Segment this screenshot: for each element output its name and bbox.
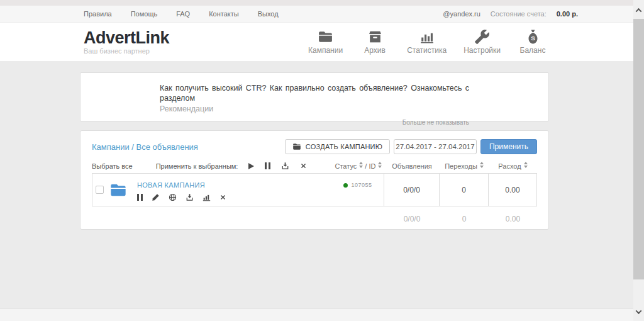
panel-header: Кампании / Все объявления СОЗДАТЬ КАМПАН… bbox=[92, 139, 537, 154]
campaign-ads-value: 0/0/0 bbox=[384, 174, 439, 206]
sort-icon bbox=[378, 162, 382, 168]
scrollbar-thumb[interactable] bbox=[633, 19, 644, 279]
download-icon[interactable] bbox=[281, 162, 289, 170]
campaign-status-cell: 107055 bbox=[332, 174, 384, 206]
nav-item-statistics[interactable]: Статистика bbox=[407, 29, 447, 55]
pause-icon[interactable] bbox=[265, 162, 270, 169]
footer-strip bbox=[0, 308, 633, 321]
campaign-folder-icon[interactable] bbox=[109, 181, 127, 199]
campaign-actions bbox=[137, 193, 226, 201]
delete-x-icon[interactable] bbox=[300, 162, 307, 169]
nav-label: Настройки bbox=[464, 46, 501, 55]
globe-icon[interactable] bbox=[169, 193, 177, 201]
notice-box: Как получить высокий CTR? Как правильно … bbox=[80, 72, 549, 121]
table-row: НОВАЯ КАМПАНИЯ bbox=[92, 174, 332, 206]
account-email: @yandex.ru bbox=[443, 10, 480, 18]
notice-dismiss-link[interactable]: Больше не показывать bbox=[160, 119, 469, 126]
sort-icon bbox=[480, 162, 484, 168]
topbar-link-help[interactable]: Помощь bbox=[131, 10, 158, 18]
nav-item-archive[interactable]: Архив bbox=[360, 29, 390, 55]
svg-text:S: S bbox=[531, 35, 535, 42]
topbar-link-logout[interactable]: Выход bbox=[258, 10, 279, 18]
nav-item-settings[interactable]: Настройки bbox=[464, 29, 501, 55]
download-icon[interactable] bbox=[186, 193, 194, 201]
topbar-links: Правила Помощь FAQ Контакты Выход bbox=[84, 10, 279, 18]
scrollbar[interactable] bbox=[633, 0, 644, 321]
panel-actions: СОЗДАТЬ КАМПАНИЮ Применить bbox=[285, 139, 537, 154]
topbar: Правила Помощь FAQ Контакты Выход @yande… bbox=[0, 6, 633, 23]
notice-text: Как получить высокий CTR? Как правильно … bbox=[160, 83, 469, 103]
nav-label: Архив bbox=[364, 46, 386, 55]
campaign-spend-value: 0.00 bbox=[488, 174, 536, 206]
nav-item-campaigns[interactable]: Кампании bbox=[308, 29, 343, 55]
money-bag-icon: S bbox=[525, 29, 541, 45]
totals-clicks: 0 bbox=[440, 215, 489, 223]
nav-label: Кампании bbox=[308, 46, 343, 55]
apply-selected-label: Применить к выбранным: bbox=[156, 162, 238, 170]
totals-spend: 0.00 bbox=[489, 215, 537, 223]
balance-label: Состояние счета: bbox=[491, 10, 547, 18]
sort-icon bbox=[524, 162, 528, 168]
row-checkbox[interactable] bbox=[96, 186, 104, 194]
sort-icon bbox=[359, 162, 363, 168]
date-range-input[interactable] bbox=[394, 139, 477, 154]
bar-chart-icon bbox=[419, 29, 435, 45]
header: AdvertLink Ваш бизнес партнер Кампании А… bbox=[0, 23, 633, 61]
page-background: Правила Помощь FAQ Контакты Выход @yande… bbox=[0, 0, 633, 321]
campaign-id: 107055 bbox=[351, 182, 372, 188]
scroll-down-button[interactable] bbox=[633, 307, 644, 317]
column-header-clicks[interactable]: Переходы bbox=[440, 162, 489, 170]
edit-pencil-icon[interactable] bbox=[152, 193, 160, 201]
main-nav: Кампании Архив Статистика Настройки bbox=[308, 29, 548, 55]
wrench-icon bbox=[474, 29, 490, 45]
select-all-link[interactable]: Выбрать все bbox=[92, 162, 133, 170]
bulk-actions bbox=[248, 162, 307, 170]
column-header-ads[interactable]: Объявления bbox=[384, 162, 440, 170]
breadcrumb[interactable]: Кампании / Все объявления bbox=[92, 142, 198, 152]
topbar-account: @yandex.ru Состояние счета: 0.00 р. bbox=[443, 10, 578, 18]
campaign-name-link[interactable]: НОВАЯ КАМПАНИЯ bbox=[137, 181, 205, 189]
topbar-link-rules[interactable]: Правила bbox=[84, 10, 112, 18]
apply-date-button[interactable]: Применить bbox=[480, 139, 537, 154]
stats-icon[interactable] bbox=[203, 193, 211, 201]
chevron-down-icon bbox=[636, 308, 642, 314]
tagline: Ваш бизнес партнер bbox=[84, 47, 169, 55]
table-toolbar: Выбрать все Применить к выбранным: Стату… bbox=[92, 162, 537, 170]
nav-label: Баланс bbox=[520, 46, 546, 55]
topbar-link-contacts[interactable]: Контакты bbox=[209, 10, 239, 18]
campaign-table: НОВАЯ КАМПАНИЯ bbox=[92, 173, 537, 206]
scroll-up-button[interactable] bbox=[633, 5, 644, 16]
logo[interactable]: AdvertLink bbox=[84, 29, 169, 47]
column-header-spend[interactable]: Расход bbox=[489, 162, 537, 170]
status-dot-icon bbox=[343, 183, 348, 188]
folder-icon bbox=[292, 142, 301, 151]
totals-row: 0/0/0 0 0.00 bbox=[92, 215, 537, 223]
totals-ads: 0/0/0 bbox=[384, 215, 440, 223]
balance-value: 0.00 р. bbox=[557, 10, 578, 18]
nav-item-balance[interactable]: S Баланс bbox=[518, 29, 548, 55]
nav-label: Статистика bbox=[407, 46, 447, 55]
campaigns-panel: Кампании / Все объявления СОЗДАТЬ КАМПАН… bbox=[80, 130, 549, 230]
play-icon[interactable] bbox=[248, 163, 254, 169]
campaign-clicks-value: 0 bbox=[439, 174, 488, 206]
create-campaign-button[interactable]: СОЗДАТЬ КАМПАНИЮ bbox=[285, 139, 390, 154]
topbar-link-faq[interactable]: FAQ bbox=[176, 10, 190, 18]
delete-x-icon[interactable] bbox=[219, 194, 226, 201]
notice-recommendations-link[interactable]: Рекомендации bbox=[160, 104, 469, 113]
column-header-status-id[interactable]: Статус / ID bbox=[333, 162, 384, 170]
folder-icon bbox=[318, 29, 333, 45]
pause-icon[interactable] bbox=[137, 194, 143, 201]
top-strip bbox=[0, 0, 633, 6]
archive-box-icon bbox=[367, 29, 383, 45]
create-campaign-label: СОЗДАТЬ КАМПАНИЮ bbox=[306, 143, 382, 150]
brand: AdvertLink Ваш бизнес партнер bbox=[84, 29, 169, 55]
chevron-up-icon bbox=[636, 8, 642, 14]
